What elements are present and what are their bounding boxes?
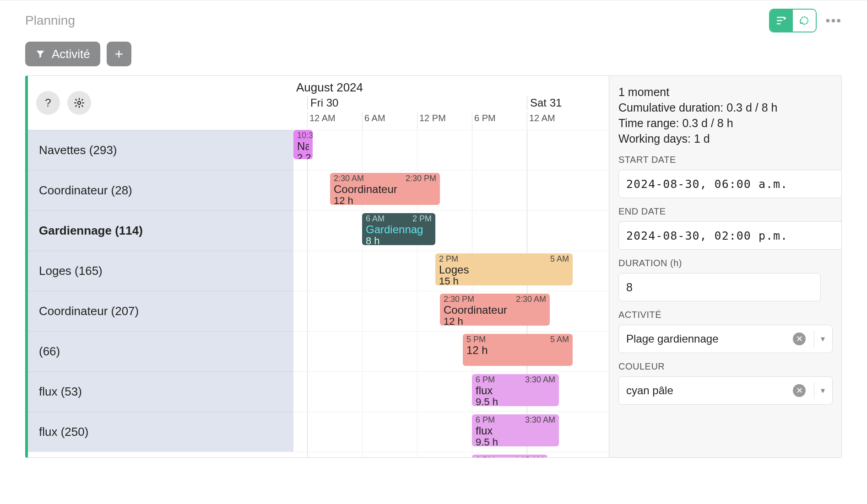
hour-header: 6 AM	[362, 112, 385, 130]
filter-list-icon	[776, 15, 787, 26]
event-start: 6 PM	[476, 456, 495, 457]
duration-input[interactable]: 8	[618, 273, 821, 301]
end-date-input[interactable]: 2024-08-30, 02:00 p.m.	[618, 221, 841, 250]
hour-header: 12 AM	[527, 112, 555, 130]
activity-select[interactable]: Plage gardiennage ✕ ▾	[618, 325, 833, 353]
event-end: 5 AM	[550, 254, 569, 264]
timeline-event[interactable]: 6 PM3:30 AMflux9.5 h	[472, 374, 559, 406]
more-menu-button[interactable]: •••	[826, 13, 842, 28]
filter-pill-label: Activité	[52, 47, 90, 61]
event-end: 3:30 AM	[525, 415, 555, 425]
header-actions: •••	[769, 9, 842, 32]
event-times: 5 PM5 AM	[466, 335, 569, 344]
timeline-event[interactable]: 6 PM4:15 AM	[472, 455, 547, 457]
timeline-event[interactable]: 5 PM5 AM12 h	[463, 334, 573, 366]
event-title: Coordinateur	[444, 304, 546, 316]
planning-container: ? Navettes (293)Coordinateur (28)Gardien…	[25, 75, 842, 458]
question-icon: ?	[45, 97, 51, 109]
details-panel: 1 moment Cumulative duration: 0.3 d / 8 …	[609, 76, 841, 457]
detail-cumulative: Cumulative duration: 0.3 d / 8 h	[618, 100, 841, 115]
resource-column: ? Navettes (293)Coordinateur (28)Gardien…	[28, 76, 293, 457]
color-label: COULEUR	[618, 361, 841, 372]
filter-row: Activité +	[0, 32, 867, 66]
start-date-input[interactable]: 2024-08-30, 06:00 a.m.	[618, 170, 841, 198]
refresh-toggle[interactable]	[793, 10, 816, 32]
view-toggle	[769, 9, 817, 32]
track-row	[293, 210, 609, 251]
clear-icon[interactable]: ✕	[793, 332, 806, 345]
chevron-down-icon: ▾	[821, 386, 825, 396]
timeline-event[interactable]: 2:30 AM2:30 PMCoordinateur12 h	[330, 173, 440, 205]
timeline-event[interactable]: 2:30 PM2:30 AMCoordinateur12 h	[440, 294, 550, 326]
event-duration: 9.5 h	[476, 397, 555, 406]
event-start: 6 PM	[476, 415, 495, 425]
event-end: 2:30 PM	[406, 174, 436, 183]
timeline-event[interactable]: 10:3Na2.2	[293, 130, 313, 159]
detail-moments: 1 moment	[618, 84, 841, 100]
settings-button[interactable]	[67, 91, 91, 115]
resource-row[interactable]: Navettes (293)	[28, 130, 293, 170]
event-times: 6 AM2 PM	[366, 214, 432, 224]
resource-row[interactable]: Loges (165)	[28, 251, 293, 291]
event-duration: 15 h	[439, 276, 569, 285]
event-duration: 9.5 h	[476, 437, 555, 446]
end-date-label: END DATE	[618, 206, 841, 217]
event-end: 3:30 AM	[525, 375, 555, 385]
day-header: Fri 30	[307, 96, 338, 110]
resource-row[interactable]: Coordinateur (28)	[28, 170, 293, 210]
duration-label: DURATION (h)	[618, 258, 841, 268]
track-row	[293, 452, 609, 457]
help-button[interactable]: ?	[36, 91, 60, 115]
event-title: Loges	[439, 264, 569, 276]
timeline-event[interactable]: 2 PM5 AMLoges15 h	[435, 253, 573, 285]
event-end: 2 PM	[412, 214, 432, 224]
color-select[interactable]: cyan pâle ✕ ▾	[618, 376, 833, 405]
event-title: Coordinateur	[334, 183, 436, 195]
select-divider	[814, 382, 814, 399]
resource-row[interactable]: flux (250)	[28, 412, 293, 452]
track-row	[293, 130, 609, 170]
add-filter-button[interactable]: +	[107, 42, 131, 66]
svg-point-1	[78, 102, 81, 104]
activity-select-value: Plage gardiennage	[626, 332, 793, 345]
track-row	[293, 371, 609, 412]
resource-row[interactable]: (66)	[28, 331, 293, 371]
event-duration: 12 h	[334, 195, 436, 205]
hour-header: 6 PM	[472, 112, 496, 130]
track-row	[293, 412, 609, 452]
funnel-icon	[35, 49, 45, 59]
refresh-icon	[799, 15, 810, 26]
timeline[interactable]: August 2024 Fri 30Sat 31 12 AM6 AM12 PM6…	[293, 76, 609, 457]
event-title: 12 h	[466, 344, 569, 356]
timeline-event[interactable]: 6 AM2 PMGardiennag8 h	[362, 213, 435, 245]
timeline-header: August 2024 Fri 30Sat 31 12 AM6 AM12 PM6…	[293, 76, 609, 130]
event-title: Na	[297, 140, 309, 152]
day-headers: Fri 30Sat 31	[293, 96, 609, 110]
event-duration: 2.2	[297, 152, 309, 159]
resource-row[interactable]: flux (53)	[28, 371, 293, 412]
event-times: 10:3	[297, 131, 309, 140]
event-title: flux	[476, 425, 555, 437]
event-title: Gardiennag	[366, 224, 432, 236]
timeline-body: 10:3Na2.22:30 AM2:30 PMCoordinateur12 h6…	[293, 130, 609, 457]
event-start: 2 PM	[439, 254, 458, 264]
color-select-value: cyan pâle	[626, 384, 793, 397]
event-end: 4:15 AM	[514, 456, 544, 457]
filter-panel-toggle-active[interactable]	[770, 10, 793, 32]
event-times: 6 PM4:15 AM	[476, 456, 544, 457]
timeline-event[interactable]: 6 PM3:30 AMflux9.5 h	[472, 414, 559, 446]
hour-header: 12 PM	[417, 112, 446, 130]
event-duration: 12 h	[444, 316, 546, 326]
event-times: 6 PM3:30 AM	[476, 375, 555, 385]
resource-row[interactable]: Coordinateur (207)	[28, 291, 293, 331]
day-header: Sat 31	[527, 96, 562, 110]
hour-headers: 12 AM6 AM12 PM6 PM12 AM	[293, 112, 609, 130]
hour-header: 12 AM	[307, 112, 336, 130]
resource-list: Navettes (293)Coordinateur (28)Gardienna…	[28, 130, 293, 457]
event-start: 2:30 PM	[444, 295, 474, 304]
clear-icon[interactable]: ✕	[793, 384, 806, 397]
filter-pill-activity[interactable]: Activité	[25, 42, 100, 66]
activity-label: ACTIVITÉ	[618, 310, 841, 320]
month-label: August 2024	[296, 80, 363, 95]
resource-row[interactable]: Gardiennage (114)	[28, 210, 293, 251]
